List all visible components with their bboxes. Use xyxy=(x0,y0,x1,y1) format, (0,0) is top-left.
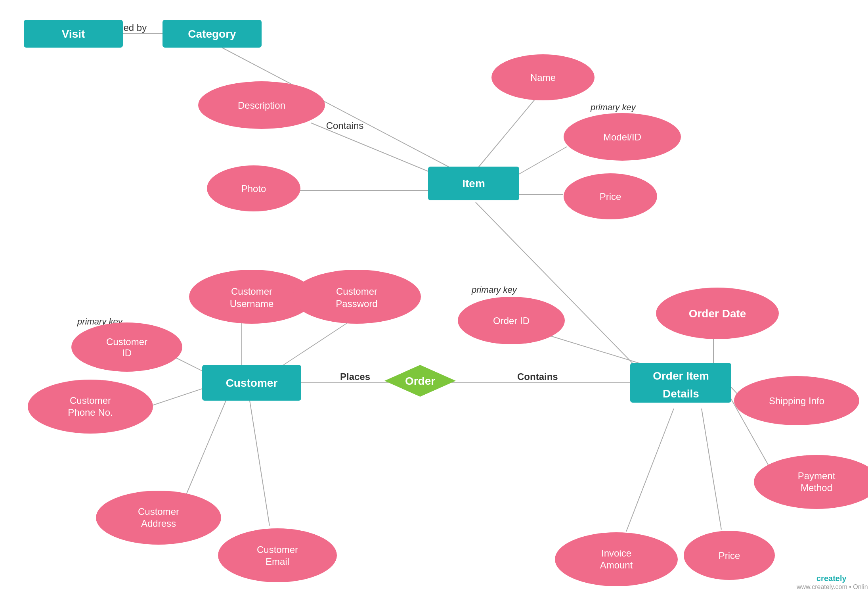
attr-custuname-label1: Customer xyxy=(231,286,272,297)
label-pk-order: primary key xyxy=(471,285,518,295)
er-diagram: Viewed by Contains primary key primary k… xyxy=(0,0,868,595)
attr-shipping-label: Shipping Info xyxy=(769,395,824,406)
relationship-order-label: Order xyxy=(405,375,435,387)
attr-custid-label1: Customer xyxy=(106,336,147,347)
line-cust-pwd xyxy=(277,319,353,369)
attr-custphone-label1: Customer xyxy=(70,395,111,406)
attr-customer-email xyxy=(218,528,337,582)
attr-desc-label: Description xyxy=(238,100,285,111)
attr-orderdate-label: Order Date xyxy=(689,307,746,320)
entity-oid-label1: Order Item xyxy=(653,370,709,382)
attr-photo-label: Photo xyxy=(241,183,266,194)
attr-payment-label1: Payment xyxy=(798,470,835,481)
entity-customer-label: Customer xyxy=(226,377,278,389)
entity-visit-label: Visit xyxy=(62,28,85,40)
line-item-modelid xyxy=(511,147,567,178)
attr-customer-address xyxy=(96,491,221,545)
attr-price-order-label: Price xyxy=(719,550,740,561)
attr-custpwd-label1: Customer xyxy=(336,286,377,297)
attr-payment-label2: Method xyxy=(801,482,832,493)
attr-modelid-label: Model/ID xyxy=(603,132,641,142)
attr-custaddr-label2: Address xyxy=(141,518,176,529)
attr-orderid-label: Order ID xyxy=(493,315,530,326)
attr-invoice-amount xyxy=(555,532,678,586)
line-cust-addr xyxy=(182,401,226,504)
attr-custaddr-label1: Customer xyxy=(138,506,179,517)
watermark-creately: creately xyxy=(816,574,847,583)
attr-customer-phone xyxy=(28,380,153,434)
attr-custuname-label2: Username xyxy=(230,298,274,309)
attr-custemail-label1: Customer xyxy=(257,544,298,555)
entity-oid-label2: Details xyxy=(663,388,699,400)
attr-invoice-label2: Amount xyxy=(600,560,633,570)
line-item-name xyxy=(476,99,535,171)
watermark-url: www.creately.com • Online Diagramming xyxy=(796,583,868,590)
attr-custid-label2: ID xyxy=(122,347,132,358)
attr-custphone-label2: Phone No. xyxy=(68,407,113,418)
attr-price-item-label: Price xyxy=(600,191,621,202)
label-contains-order: Contains xyxy=(517,371,558,382)
line-oid-price xyxy=(702,409,721,530)
attr-payment-method xyxy=(754,455,868,509)
entity-item-label: Item xyxy=(462,177,485,190)
attr-custemail-label2: Email xyxy=(266,556,289,567)
attr-name-label: Name xyxy=(530,72,556,83)
entity-category-label: Category xyxy=(188,28,236,40)
attr-custpwd-label2: Password xyxy=(336,298,377,309)
label-contains-cat: Contains xyxy=(326,120,364,131)
line-oid-invoice xyxy=(626,409,674,532)
label-pk-item: primary key xyxy=(590,102,637,112)
line-cust-email xyxy=(250,401,270,526)
label-places: Places xyxy=(340,371,370,382)
attr-invoice-label1: Invoice xyxy=(601,548,631,559)
